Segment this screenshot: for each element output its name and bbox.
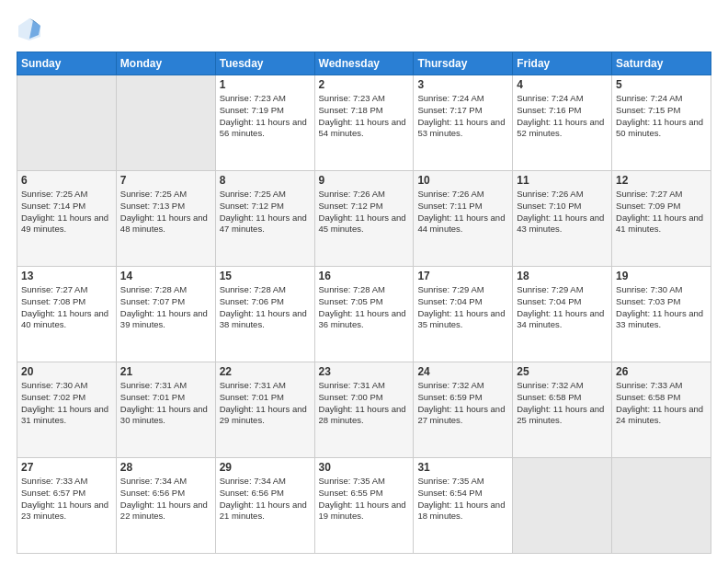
calendar-cell: 20Sunrise: 7:30 AM Sunset: 7:02 PM Dayli… [17, 362, 117, 458]
day-number: 18 [517, 270, 608, 282]
day-info: Sunrise: 7:25 AM Sunset: 7:13 PM Dayligh… [120, 189, 211, 236]
calendar-cell: 16Sunrise: 7:28 AM Sunset: 7:05 PM Dayli… [314, 267, 414, 362]
day-number: 4 [517, 78, 608, 91]
calendar-cell: 4Sunrise: 7:24 AM Sunset: 7:16 PM Daylig… [513, 75, 612, 171]
calendar-cell: 28Sunrise: 7:34 AM Sunset: 6:56 PM Dayli… [116, 458, 215, 554]
day-info: Sunrise: 7:28 AM Sunset: 7:05 PM Dayligh… [319, 284, 410, 331]
page: SundayMondayTuesdayWednesdayThursdayFrid… [0, 0, 728, 563]
day-number: 23 [319, 365, 410, 378]
calendar-cell: 26Sunrise: 7:33 AM Sunset: 6:58 PM Dayli… [612, 362, 711, 458]
calendar-cell: 30Sunrise: 7:35 AM Sunset: 6:55 PM Dayli… [314, 458, 414, 554]
day-info: Sunrise: 7:29 AM Sunset: 7:04 PM Dayligh… [417, 284, 508, 331]
day-number: 26 [616, 365, 707, 378]
day-number: 20 [21, 365, 112, 378]
day-info: Sunrise: 7:24 AM Sunset: 7:15 PM Dayligh… [616, 93, 707, 140]
weekday-header: Tuesday [215, 52, 314, 75]
calendar-cell: 25Sunrise: 7:32 AM Sunset: 6:58 PM Dayli… [513, 362, 612, 458]
calendar-header-row: SundayMondayTuesdayWednesdayThursdayFrid… [17, 52, 711, 75]
calendar-cell: 1Sunrise: 7:23 AM Sunset: 7:19 PM Daylig… [215, 75, 314, 171]
day-info: Sunrise: 7:24 AM Sunset: 7:16 PM Dayligh… [517, 93, 608, 140]
calendar-cell [17, 75, 117, 171]
weekday-header: Thursday [414, 52, 513, 75]
calendar-cell: 22Sunrise: 7:31 AM Sunset: 7:01 PM Dayli… [215, 362, 314, 458]
calendar-cell: 7Sunrise: 7:25 AM Sunset: 7:13 PM Daylig… [116, 171, 215, 267]
day-number: 19 [616, 270, 707, 282]
day-info: Sunrise: 7:34 AM Sunset: 6:56 PM Dayligh… [120, 476, 211, 523]
day-number: 17 [417, 270, 508, 282]
calendar-cell: 6Sunrise: 7:25 AM Sunset: 7:14 PM Daylig… [17, 171, 117, 267]
day-info: Sunrise: 7:26 AM Sunset: 7:12 PM Dayligh… [319, 189, 410, 236]
day-number: 15 [220, 270, 311, 282]
day-info: Sunrise: 7:23 AM Sunset: 7:18 PM Dayligh… [319, 93, 410, 140]
calendar-cell: 18Sunrise: 7:29 AM Sunset: 7:04 PM Dayli… [513, 267, 612, 362]
day-info: Sunrise: 7:31 AM Sunset: 7:00 PM Dayligh… [319, 380, 410, 427]
weekday-header: Saturday [612, 52, 711, 75]
day-number: 8 [220, 174, 311, 187]
day-number: 12 [616, 174, 707, 187]
day-info: Sunrise: 7:27 AM Sunset: 7:08 PM Dayligh… [21, 284, 112, 331]
day-info: Sunrise: 7:35 AM Sunset: 6:54 PM Dayligh… [417, 476, 508, 523]
day-number: 30 [319, 461, 410, 474]
calendar-cell: 29Sunrise: 7:34 AM Sunset: 6:56 PM Dayli… [215, 458, 314, 554]
weekday-header: Sunday [17, 52, 117, 75]
day-number: 10 [417, 174, 508, 187]
day-info: Sunrise: 7:25 AM Sunset: 7:14 PM Dayligh… [21, 189, 112, 236]
day-number: 25 [517, 365, 608, 378]
day-info: Sunrise: 7:23 AM Sunset: 7:19 PM Dayligh… [220, 93, 311, 140]
day-number: 24 [417, 365, 508, 378]
day-info: Sunrise: 7:24 AM Sunset: 7:17 PM Dayligh… [417, 93, 508, 140]
calendar-cell: 31Sunrise: 7:35 AM Sunset: 6:54 PM Dayli… [414, 458, 513, 554]
calendar-cell: 27Sunrise: 7:33 AM Sunset: 6:57 PM Dayli… [17, 458, 117, 554]
calendar-cell: 8Sunrise: 7:25 AM Sunset: 7:12 PM Daylig… [215, 171, 314, 267]
day-number: 6 [21, 174, 112, 187]
day-number: 5 [616, 78, 707, 91]
day-number: 16 [319, 270, 410, 282]
calendar-cell [513, 458, 612, 554]
weekday-header: Friday [513, 52, 612, 75]
day-number: 13 [21, 270, 112, 282]
calendar-cell: 21Sunrise: 7:31 AM Sunset: 7:01 PM Dayli… [116, 362, 215, 458]
calendar-week-row: 20Sunrise: 7:30 AM Sunset: 7:02 PM Dayli… [17, 362, 711, 458]
day-number: 14 [120, 270, 211, 282]
calendar-cell: 3Sunrise: 7:24 AM Sunset: 7:17 PM Daylig… [414, 75, 513, 171]
calendar-cell: 12Sunrise: 7:27 AM Sunset: 7:09 PM Dayli… [612, 171, 711, 267]
day-info: Sunrise: 7:25 AM Sunset: 7:12 PM Dayligh… [220, 189, 311, 236]
calendar-cell: 11Sunrise: 7:26 AM Sunset: 7:10 PM Dayli… [513, 171, 612, 267]
calendar-cell [612, 458, 711, 554]
calendar-cell: 14Sunrise: 7:28 AM Sunset: 7:07 PM Dayli… [116, 267, 215, 362]
day-info: Sunrise: 7:26 AM Sunset: 7:11 PM Dayligh… [417, 189, 508, 236]
calendar-cell: 23Sunrise: 7:31 AM Sunset: 7:00 PM Dayli… [314, 362, 414, 458]
weekday-header: Monday [116, 52, 215, 75]
day-number: 27 [21, 461, 112, 474]
day-info: Sunrise: 7:31 AM Sunset: 7:01 PM Dayligh… [220, 380, 311, 427]
calendar-week-row: 27Sunrise: 7:33 AM Sunset: 6:57 PM Dayli… [17, 458, 711, 554]
day-info: Sunrise: 7:26 AM Sunset: 7:10 PM Dayligh… [517, 189, 608, 236]
calendar-week-row: 13Sunrise: 7:27 AM Sunset: 7:08 PM Dayli… [17, 267, 711, 362]
day-number: 31 [417, 461, 508, 474]
day-number: 7 [120, 174, 211, 187]
calendar-cell [116, 75, 215, 171]
calendar-cell: 2Sunrise: 7:23 AM Sunset: 7:18 PM Daylig… [314, 75, 414, 171]
day-info: Sunrise: 7:33 AM Sunset: 6:57 PM Dayligh… [21, 476, 112, 523]
calendar-cell: 19Sunrise: 7:30 AM Sunset: 7:03 PM Dayli… [612, 267, 711, 362]
day-info: Sunrise: 7:35 AM Sunset: 6:55 PM Dayligh… [319, 476, 410, 523]
day-info: Sunrise: 7:30 AM Sunset: 7:03 PM Dayligh… [616, 284, 707, 331]
day-info: Sunrise: 7:27 AM Sunset: 7:09 PM Dayligh… [616, 189, 707, 236]
day-number: 22 [220, 365, 311, 378]
calendar-cell: 17Sunrise: 7:29 AM Sunset: 7:04 PM Dayli… [414, 267, 513, 362]
calendar-week-row: 6Sunrise: 7:25 AM Sunset: 7:14 PM Daylig… [17, 171, 711, 267]
calendar-cell: 24Sunrise: 7:32 AM Sunset: 6:59 PM Dayli… [414, 362, 513, 458]
day-number: 9 [319, 174, 410, 187]
day-number: 1 [220, 78, 311, 91]
day-info: Sunrise: 7:28 AM Sunset: 7:07 PM Dayligh… [120, 284, 211, 331]
day-info: Sunrise: 7:32 AM Sunset: 6:58 PM Dayligh… [517, 380, 608, 427]
day-info: Sunrise: 7:28 AM Sunset: 7:06 PM Dayligh… [220, 284, 311, 331]
day-number: 3 [417, 78, 508, 91]
day-number: 28 [120, 461, 211, 474]
day-number: 2 [319, 78, 410, 91]
day-number: 29 [220, 461, 311, 474]
day-info: Sunrise: 7:30 AM Sunset: 7:02 PM Dayligh… [21, 380, 112, 427]
day-info: Sunrise: 7:31 AM Sunset: 7:01 PM Dayligh… [120, 380, 211, 427]
day-info: Sunrise: 7:34 AM Sunset: 6:56 PM Dayligh… [220, 476, 311, 523]
day-info: Sunrise: 7:32 AM Sunset: 6:59 PM Dayligh… [417, 380, 508, 427]
